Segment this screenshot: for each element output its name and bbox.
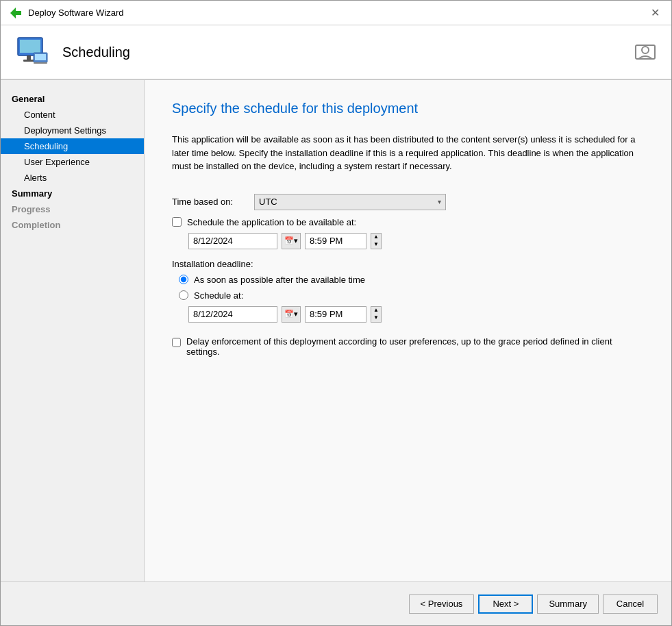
sidebar-item-user-experience[interactable]: User Experience [1,154,144,170]
close-button[interactable]: ✕ [647,5,663,21]
wizard-window: Deploy Software Wizard ✕ Scheduling [0,0,672,626]
schedule-available-row: Schedule the application to be available… [172,217,644,227]
sidebar-item-summary[interactable]: Summary [1,186,144,201]
available-datetime-row: 8/12/2024 📅▾ 8:59 PM ▲ ▼ [188,233,644,249]
svg-rect-2 [20,40,40,53]
radio-asap-row: As soon as possible after the available … [179,275,644,285]
schedule-time-spinner[interactable]: ▲ ▼ [371,306,382,323]
schedule-time-value: 8:59 PM [310,309,343,319]
svg-rect-6 [35,54,46,60]
info-text: This application will be available as so… [172,133,644,173]
next-button[interactable]: Next > [478,594,533,614]
radio-asap-label[interactable]: As soon as possible after the available … [194,275,365,285]
grace-period-checkbox[interactable] [172,338,181,347]
schedule-date-picker-button[interactable]: 📅▾ [282,306,301,323]
sidebar-item-deployment-settings[interactable]: Deployment Settings [1,123,144,138]
schedule-available-checkbox[interactable] [172,217,182,227]
sidebar-item-general[interactable]: General [1,91,144,107]
available-time-spinner[interactable]: ▲ ▼ [371,233,382,249]
schedule-calendar-icon: 📅 [284,310,294,318]
footer: < Previous Next > Summary Cancel [1,581,671,625]
available-time-value: 8:59 PM [310,236,343,246]
window-title: Deploy Software Wizard [28,8,123,18]
title-bar: Deploy Software Wizard ✕ [1,1,671,25]
cancel-button[interactable]: Cancel [603,594,658,614]
schedule-time-input[interactable]: 8:59 PM [305,306,366,323]
radio-schedule[interactable] [179,290,188,300]
sidebar-item-progress: Progress [1,201,144,217]
grace-period-label[interactable]: Delay enforcement of this deployment acc… [186,336,617,357]
grace-period-row: Delay enforcement of this deployment acc… [172,336,617,357]
time-based-on-label: Time based on: [172,197,247,207]
installation-deadline-section: Installation deadline: As soon as possib… [172,259,644,323]
svg-rect-7 [34,62,47,64]
time-based-on-value: UTC [259,197,277,207]
main-body: General Content Deployment Settings Sche… [1,80,671,581]
available-time-input[interactable]: 8:59 PM [305,233,366,249]
radio-asap[interactable] [179,275,188,284]
svg-marker-0 [10,8,21,18]
user-icon [633,40,658,64]
svg-rect-3 [27,55,31,60]
spin-down-icon[interactable]: ▼ [371,241,381,249]
header-left: Scheduling [14,34,130,71]
computer-icon [14,34,51,71]
title-bar-left: Deploy Software Wizard [9,6,123,20]
time-based-on-row: Time based on: UTC ▾ [172,194,644,210]
schedule-datetime-row: 8/12/2024 📅▾ 8:59 PM ▲ ▼ [188,306,644,323]
svg-point-9 [642,47,649,53]
sidebar: General Content Deployment Settings Sche… [1,80,145,581]
wizard-icon [9,6,23,20]
header-title: Scheduling [62,45,130,60]
radio-schedule-row: Schedule at: [179,290,644,301]
schedule-spin-up-icon[interactable]: ▲ [371,307,381,314]
sidebar-item-completion: Completion [1,217,144,233]
available-date-value: 8/12/2024 [193,236,233,246]
sidebar-item-content[interactable]: Content [1,107,144,123]
sidebar-item-alerts[interactable]: Alerts [1,170,144,186]
dropdown-arrow-icon: ▾ [438,198,441,205]
sidebar-item-scheduling[interactable]: Scheduling [1,138,144,154]
page-title: Specify the schedule for this deployment [172,101,644,116]
header-bar: Scheduling [1,25,671,80]
time-based-on-dropdown[interactable]: UTC ▾ [254,194,446,210]
svg-rect-4 [23,60,34,62]
previous-button[interactable]: < Previous [409,594,475,614]
content-area: Specify the schedule for this deployment… [145,80,671,581]
calendar-icon: 📅 [284,236,294,245]
available-date-picker-button[interactable]: 📅▾ [282,233,301,249]
summary-button[interactable]: Summary [537,594,599,614]
schedule-available-label[interactable]: Schedule the application to be available… [187,217,356,227]
radio-schedule-label[interactable]: Schedule at: [194,290,243,301]
available-date-input[interactable]: 8/12/2024 [188,233,277,249]
schedule-spin-down-icon[interactable]: ▼ [371,314,381,322]
schedule-date-input[interactable]: 8/12/2024 [188,306,277,323]
installation-deadline-label: Installation deadline: [172,259,644,269]
schedule-date-value: 8/12/2024 [193,309,233,319]
spin-up-icon[interactable]: ▲ [371,234,381,241]
